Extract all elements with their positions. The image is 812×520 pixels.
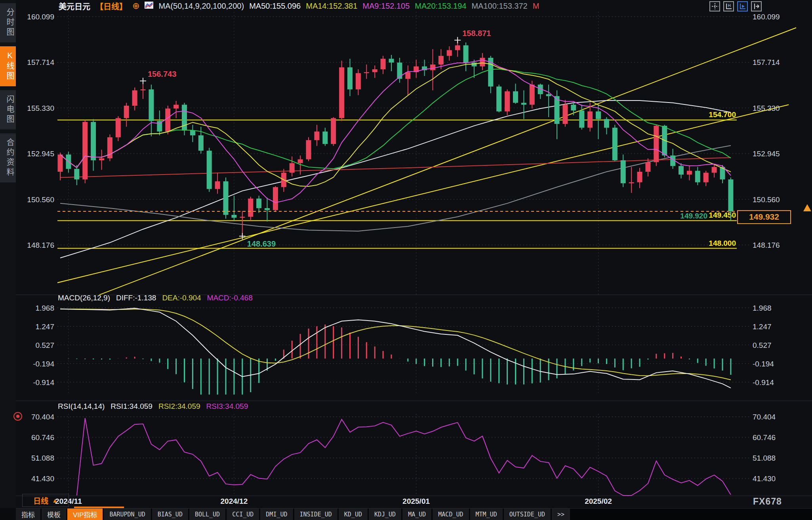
axis-tick-label: 157.714 bbox=[27, 58, 54, 66]
sidebar-item-contract-info[interactable]: 合约资料 bbox=[0, 133, 16, 182]
candle-body bbox=[124, 106, 129, 118]
auto-scroll-icon[interactable] bbox=[737, 1, 748, 11]
rsi-panel-layer[interactable] bbox=[77, 418, 731, 495]
watermark: FX678 bbox=[753, 496, 782, 507]
chart-canvas[interactable]: 154.700149.450148.000149.920 149.932 156… bbox=[0, 0, 812, 520]
candle-body bbox=[165, 108, 170, 131]
rsi-header-part-1: RSI1:34.059 bbox=[111, 402, 152, 411]
candle-body bbox=[207, 151, 212, 189]
tab-指标[interactable]: 指标 bbox=[16, 509, 40, 520]
candle-body bbox=[587, 112, 593, 128]
axis-tick-label: 0.527 bbox=[35, 341, 54, 349]
plus-circle-icon[interactable]: ⊕ bbox=[132, 2, 139, 11]
annotation-high-label: 158.871 bbox=[462, 29, 491, 38]
price-marker-cross bbox=[454, 37, 461, 43]
tab-inside_ud[interactable]: INSIDE_UD bbox=[294, 509, 337, 520]
candle-body bbox=[480, 58, 485, 66]
macd-histogram bbox=[60, 325, 731, 395]
timeframe-selector[interactable]: 日线 ▲ bbox=[22, 494, 69, 507]
tab-outside_ud[interactable]: OUTSIDE_UD bbox=[504, 509, 551, 520]
panel-dividers bbox=[16, 295, 812, 496]
tab-cci_ud[interactable]: CCI_UD bbox=[227, 509, 259, 520]
tab-kdj_ud[interactable]: KDJ_UD bbox=[369, 509, 401, 520]
candle-body bbox=[173, 105, 179, 109]
ma200-line bbox=[60, 158, 731, 177]
tab-mtm_ud[interactable]: MTM_UD bbox=[470, 509, 503, 520]
candle-body bbox=[339, 67, 344, 118]
tab-vip指标[interactable]: VIP指标 bbox=[67, 509, 103, 520]
rsi-header-part-2: RSI2:34.059 bbox=[158, 402, 200, 411]
candle-body bbox=[347, 67, 353, 89]
diff-line bbox=[60, 308, 731, 388]
candle-body bbox=[687, 171, 692, 175]
axis-tick-label: -0.194 bbox=[753, 360, 774, 368]
ma20-line bbox=[60, 69, 731, 169]
axis-tick-label: 160.099 bbox=[753, 13, 780, 21]
tab-ma_ud[interactable]: MA_UD bbox=[402, 509, 431, 520]
ma100-value: MA100:153.372 bbox=[471, 2, 527, 11]
candle-body bbox=[314, 131, 319, 140]
mini-chart-icon[interactable] bbox=[145, 2, 153, 11]
tab-模板[interactable]: 模板 bbox=[42, 509, 66, 520]
sidebar-item-kline-chart[interactable]: K线图 bbox=[0, 46, 16, 86]
axis-tick-label: 155.330 bbox=[753, 104, 780, 112]
axis-tick-label: 148.176 bbox=[27, 241, 54, 249]
ma-params: MA(50,14,9,20,100,200) bbox=[158, 2, 244, 11]
crosshair-target-icon[interactable] bbox=[13, 412, 22, 421]
tab-dmi_ud[interactable]: DMI_UD bbox=[260, 509, 293, 520]
x-axis-label: 2024/12 bbox=[221, 497, 248, 506]
candle-body bbox=[99, 158, 104, 160]
shift-right-icon[interactable] bbox=[751, 1, 762, 11]
period-badge[interactable]: 【日线】 bbox=[95, 0, 127, 12]
toolbar-corner bbox=[0, 508, 16, 520]
rsi-header-part-3: RSI3:34.059 bbox=[206, 402, 248, 411]
rsi-header-part-0: RSI(14,14,14) bbox=[58, 402, 105, 411]
axis-tick-label: 148.176 bbox=[753, 241, 780, 249]
candle-body bbox=[405, 72, 410, 79]
candle-body bbox=[74, 169, 79, 180]
timeframe-label: 日线 bbox=[33, 495, 48, 506]
chart-header: 美元日元【日线】⊕MA(50,14,9,20,100,200)MA50:155.… bbox=[59, 0, 539, 12]
macd-header-part-1: DIFF:-1.138 bbox=[116, 294, 156, 302]
tab-boll_ud[interactable]: BOLL_UD bbox=[189, 509, 225, 520]
candle-body bbox=[596, 112, 601, 119]
tab-kd_ud[interactable]: KD_UD bbox=[339, 509, 368, 520]
tab-barupdn_ud[interactable]: BARUPDN_UD bbox=[104, 509, 151, 520]
candle-body bbox=[712, 167, 717, 173]
ma50-value: MA50:155.096 bbox=[249, 2, 301, 11]
x-axis-label: 2025/02 bbox=[585, 497, 612, 506]
tab->>[interactable]: >> bbox=[552, 509, 570, 520]
scroll-to-latest-button[interactable] bbox=[803, 204, 811, 211]
trading-app-window: 154.700149.450148.000149.920 149.932 156… bbox=[0, 0, 812, 520]
candle-body bbox=[215, 181, 220, 189]
trendline-1[interactable] bbox=[99, 28, 796, 295]
axis-tick-label: 1.247 bbox=[753, 323, 772, 331]
triangle-up-icon: ▲ bbox=[52, 497, 58, 504]
current-price-label: 149.932 bbox=[749, 212, 779, 221]
candle-body bbox=[132, 90, 137, 106]
axis-tick-label: 60.746 bbox=[31, 433, 54, 442]
candle-body bbox=[248, 199, 253, 217]
sidebar-item-lightning-chart[interactable]: 闪电图 bbox=[0, 90, 16, 129]
macd-panel-layer[interactable] bbox=[60, 308, 731, 395]
candle-body bbox=[290, 163, 295, 173]
candle-body bbox=[223, 181, 229, 215]
sidebar-item-time-share-chart[interactable]: 分时图 bbox=[0, 3, 16, 42]
rsi-header: RSI(14,14,14)RSI1:34.059RSI2:34.059RSI3:… bbox=[58, 402, 248, 411]
candle-body bbox=[372, 69, 377, 72]
candle-body bbox=[190, 131, 195, 135]
pan-move-icon[interactable] bbox=[709, 1, 720, 11]
axis-scale-h-icon[interactable]: H bbox=[723, 1, 734, 11]
axis-tick-label: 1.247 bbox=[35, 323, 54, 331]
candle-body bbox=[231, 215, 236, 218]
candle-body bbox=[521, 103, 526, 105]
tab-macd_ud[interactable]: MACD_UD bbox=[433, 509, 469, 520]
candle-body bbox=[629, 182, 634, 183]
tab-bias_ud[interactable]: BIAS_UD bbox=[152, 509, 188, 520]
level-label-148.000: 148.000 bbox=[709, 239, 736, 247]
candle-body bbox=[389, 59, 394, 63]
candle-body bbox=[256, 199, 261, 208]
candle-body bbox=[562, 105, 568, 124]
axis-tick-label: 152.945 bbox=[753, 150, 780, 158]
annotation-high-label: 156.743 bbox=[148, 70, 176, 78]
